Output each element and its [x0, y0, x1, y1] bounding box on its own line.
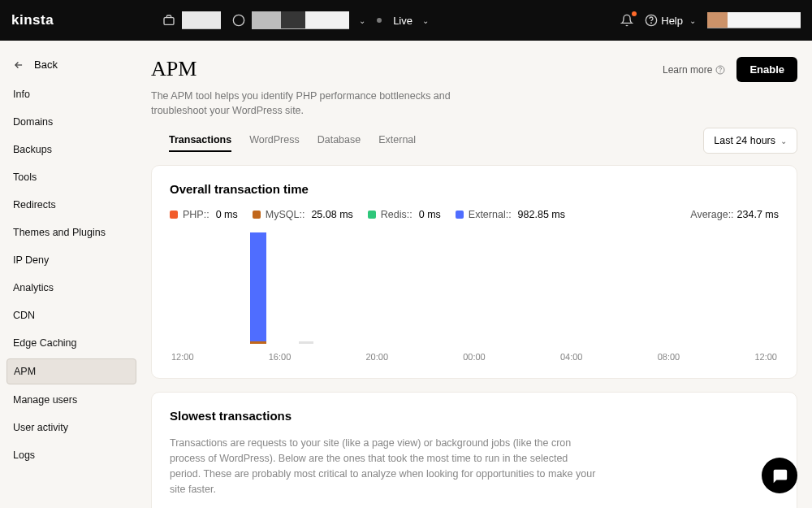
sidebar-item-redirects[interactable]: Redirects [6, 193, 136, 217]
company-placeholder [182, 11, 221, 29]
slowest-transactions-card: Slowest transactions Transactions are re… [151, 392, 797, 508]
x-tick: 04:00 [560, 352, 583, 362]
sidebar-item-info[interactable]: Info [6, 82, 136, 106]
tab-transactions[interactable]: Transactions [169, 129, 231, 152]
wordpress-icon [232, 14, 245, 27]
help-menu[interactable]: Help ⌄ [645, 14, 696, 27]
chart-bar-empty [299, 341, 313, 344]
site-placeholder [252, 11, 349, 29]
svg-point-3 [651, 23, 652, 24]
env-dot-icon [377, 18, 382, 23]
brand-logo[interactable]: kinsta [11, 12, 54, 28]
legend-value: 0 ms [419, 209, 441, 220]
legend-label: PHP:: [183, 209, 209, 220]
company-selector[interactable] [162, 11, 221, 29]
card-description: Transactions are requests to your site (… [170, 436, 600, 497]
legend-item: Redis::0 ms [368, 209, 441, 220]
overall-transaction-card: Overall transaction time PHP::0 msMySQL:… [151, 165, 797, 379]
chat-icon [771, 467, 788, 484]
legend-label: MySQL:: [266, 209, 305, 220]
tab-database[interactable]: Database [317, 129, 361, 152]
info-icon [715, 65, 725, 75]
sidebar-item-apm[interactable]: APM [6, 358, 136, 384]
notification-badge [632, 11, 637, 16]
chart-bar [250, 232, 266, 345]
legend-swatch [456, 211, 464, 219]
x-tick: 00:00 [463, 352, 486, 362]
legend-swatch [253, 211, 261, 219]
tab-external[interactable]: External [378, 129, 416, 152]
overall-transaction-chart: 12:0016:0020:0000:0004:0008:0012:00 [170, 232, 779, 362]
sidebar-item-analytics[interactable]: Analytics [6, 276, 136, 300]
time-range-select[interactable]: Last 24 hours ⌄ [703, 128, 797, 154]
sidebar-item-tools[interactable]: Tools [6, 165, 136, 189]
help-icon [645, 14, 658, 27]
legend-value: 25.08 ms [311, 209, 352, 220]
sidebar-item-logs[interactable]: Logs [6, 443, 136, 467]
legend-item: External::982.85 ms [456, 209, 565, 220]
notifications-button[interactable] [620, 14, 633, 27]
enable-button[interactable]: Enable [736, 57, 797, 82]
bell-icon [620, 14, 633, 27]
learn-more-link[interactable]: Learn more [663, 64, 725, 76]
x-tick: 12:00 [171, 352, 194, 362]
chevron-down-icon: ⌄ [422, 16, 429, 25]
briefcase-icon [162, 14, 175, 27]
chevron-down-icon: ⌄ [359, 16, 365, 25]
sidebar-item-user-activity[interactable]: User activity [6, 415, 136, 440]
legend-average: Average::234.7 ms [690, 209, 779, 220]
bar-segment-external [250, 232, 266, 341]
chevron-down-icon: ⌄ [689, 16, 696, 25]
tab-wordpress[interactable]: WordPress [249, 129, 300, 152]
sidebar: Back InfoDomainsBackupsToolsRedirectsThe… [0, 41, 143, 508]
sidebar-item-edge-caching[interactable]: Edge Caching [6, 331, 136, 355]
sidebar-item-cdn[interactable]: CDN [6, 303, 136, 328]
page-description: The APM tool helps you identify PHP perf… [151, 89, 484, 118]
env-selector[interactable]: Live ⌄ [377, 15, 429, 27]
account-menu[interactable] [707, 12, 801, 28]
legend-value: 0 ms [216, 209, 238, 220]
page-title: APM [151, 57, 197, 81]
legend-item: PHP::0 ms [170, 209, 238, 220]
chat-widget[interactable] [762, 458, 797, 493]
chart-legend: PHP::0 msMySQL::25.08 msRedis::0 msExter… [170, 209, 779, 220]
legend-swatch [170, 211, 178, 219]
chart-x-axis: 12:0016:0020:0000:0004:0008:0012:00 [170, 352, 779, 362]
legend-value: 982.85 ms [518, 209, 565, 220]
sidebar-item-domains[interactable]: Domains [6, 110, 136, 134]
legend-swatch [368, 211, 376, 219]
x-tick: 20:00 [365, 352, 388, 362]
x-tick: 16:00 [269, 352, 292, 362]
x-tick: 08:00 [658, 352, 680, 362]
card-title: Overall transaction time [170, 182, 779, 196]
svg-rect-0 [164, 18, 174, 25]
legend-label: Redis:: [381, 209, 412, 220]
card-title: Slowest transactions [170, 409, 779, 423]
sidebar-item-themes-and-plugins[interactable]: Themes and Plugins [6, 220, 136, 245]
help-label: Help [661, 15, 683, 27]
tabs: TransactionsWordPressDatabaseExternal [151, 129, 416, 152]
svg-point-5 [720, 72, 721, 72]
back-button[interactable]: Back [6, 54, 136, 82]
legend-item: MySQL::25.08 ms [253, 209, 353, 220]
x-tick: 12:00 [754, 352, 777, 362]
back-label: Back [34, 59, 58, 71]
sidebar-item-backups[interactable]: Backups [6, 137, 136, 162]
sidebar-item-manage-users[interactable]: Manage users [6, 388, 136, 412]
main-content: APM Learn more Enable The APM tool helps… [143, 41, 812, 508]
env-label: Live [393, 15, 412, 27]
sidebar-item-ip-deny[interactable]: IP Deny [6, 248, 136, 272]
bar-segment-mysql [250, 341, 266, 344]
arrow-left-icon [13, 59, 24, 71]
topbar: kinsta ⌄ Live ⌄ Help ⌄ [0, 0, 812, 41]
chevron-down-icon: ⌄ [780, 137, 787, 145]
legend-label: External:: [469, 209, 512, 220]
site-selector[interactable]: ⌄ [232, 11, 365, 29]
svg-point-1 [233, 15, 244, 25]
